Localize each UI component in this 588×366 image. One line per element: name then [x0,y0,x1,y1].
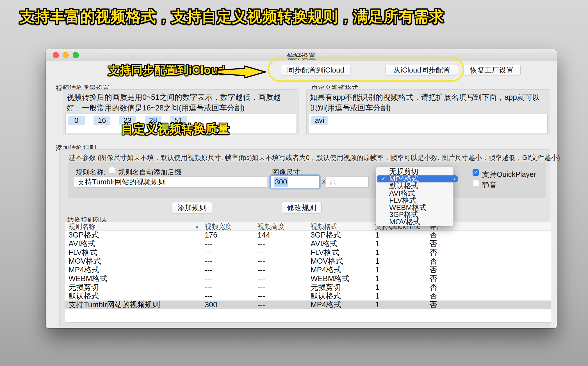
table-cell: --- [257,257,265,266]
table-cell: 否 [429,248,437,257]
table-row[interactable]: MOV格式------MOV格式1否 [65,257,551,266]
custom-format-description: 如果有app不能识别的视频格式，请把扩展名填写到下面，app就可以识别(用逗号或… [310,92,547,114]
width-input[interactable]: 300 [270,175,320,188]
sync-to-icloud-button[interactable]: 同步配置到iCloud [281,65,350,75]
format-token-field[interactable]: avi [309,114,548,133]
rules-table: 规则名称视频宽度视频高度视频格式支持QuickTime静音∨ 3GP格式1761… [65,222,551,323]
quickplayer-label: 支持QuickPlayer [482,170,536,179]
preferences-window: 偏好设置 同步配置到iCloud 从iCloud同步配置 恢复工厂设置 支持同步… [46,49,557,328]
table-cell: 1 [375,248,379,257]
window-title: 偏好设置 [46,51,557,61]
sync-from-icloud-button[interactable]: 从iCloud同步配置 [386,65,458,75]
table-cell: --- [205,248,212,257]
column-header[interactable]: 视频高度 [257,222,284,231]
restore-factory-button[interactable]: 恢复工厂设置 [463,65,521,75]
column-header[interactable]: 视频格式 [311,222,338,231]
column-header[interactable]: 规则名称 [69,222,95,231]
table-cell: 1 [375,266,379,274]
table-cell: 否 [429,274,437,283]
table-cell: FLV格式 [69,248,97,257]
table-header: 规则名称视频宽度视频高度视频格式支持QuickTime静音∨ [65,222,551,231]
table-cell: --- [257,266,265,274]
table-cell: 1 [375,257,379,266]
table-row[interactable]: 默认格式------默认格式1否 [65,292,551,301]
table-row[interactable]: FLV格式------FLV格式1否 [65,248,551,257]
table-row[interactable]: 无损剪切------无损剪切1否 [65,283,551,292]
table-row[interactable]: WEBM格式------WEBM格式1否 [65,274,551,283]
table-cell: 否 [429,231,437,240]
table-cell: 176 [205,231,217,240]
checkmark-icon: ✓ [377,175,389,182]
table-cell: 默认格式 [69,292,99,301]
quality-value-token[interactable]: 0 [68,116,85,125]
table-cell: 无损剪切 [69,283,99,292]
table-cell: 否 [429,257,437,266]
multiply-sign: x [322,177,325,185]
table-body: 3GP格式1761443GP格式1否AVI格式------AVI格式1否FLV格… [65,231,551,322]
table-cell: 1 [375,274,379,283]
format-menu-item-label: MOV格式 [389,217,420,227]
table-cell: 300 [205,301,217,309]
column-header[interactable]: 视频宽度 [205,222,232,231]
table-cell: MP4格式 [311,266,341,274]
table-cell: WEBM格式 [69,274,107,283]
table-cell: MOV格式 [311,257,343,266]
table-cell: FLV格式 [311,248,339,257]
rule-name-input[interactable] [74,176,267,187]
table-cell: --- [257,301,265,309]
mute-label: 静音 [482,180,497,190]
table-cell: --- [205,283,212,292]
table-cell: --- [257,274,265,283]
table-cell: 默认格式 [311,292,341,301]
table-cell: MOV格式 [69,257,101,266]
table-row[interactable]: AVI格式------AVI格式1否 [65,240,551,248]
table-cell: 1 [375,231,379,240]
height-input[interactable] [326,176,369,187]
table-cell: WEBM格式 [311,274,349,283]
basic-params-hint: 基本参数 (图像尺寸如果不填，默认使用视频原尺寸. 帧率(fps)如果不填写或者… [69,153,560,162]
quality-annotation: 自定义视频转换质量 [121,121,230,137]
width-value: 300 [274,177,288,187]
add-rule-button[interactable]: 添加规则 [172,202,212,213]
table-cell: 1 [375,292,379,301]
icloud-sync-annotation: 支持同步配置到iCloud [108,62,225,78]
table-cell: 3GP格式 [311,231,341,240]
modify-rule-button[interactable]: 修改规则 [282,202,322,213]
table-cell: 否 [429,266,437,274]
table-cell: --- [205,292,212,301]
page-background: { "banner": { "title": "支持丰富的视频格式，支持自定义视… [0,0,588,366]
table-cell: AVI格式 [311,240,338,248]
table-cell: 否 [429,301,437,309]
table-cell: --- [257,248,265,257]
table-cell: 否 [429,240,437,248]
table-row[interactable]: 3GP格式1761443GP格式1否 [65,231,551,240]
mute-checkbox[interactable] [473,180,479,186]
table-cell: --- [205,240,212,248]
table-cell: --- [257,240,265,248]
banner-title: 支持丰富的视频格式，支持自定义视频转换规则，满足所有需求 [20,7,444,27]
table-cell: MP4格式 [69,266,99,274]
table-cell: 无损剪切 [311,283,341,292]
table-cell: 144 [257,231,270,240]
sort-chevron-icon[interactable]: ∨ [195,222,199,231]
auto-suffix-checkbox[interactable] [109,167,115,173]
table-cell: 1 [375,240,379,248]
table-cell: --- [205,266,212,274]
table-row[interactable]: 支持Tumblr网站的视频规则300---MP4格式1否 [65,301,551,309]
table-cell: MP4格式 [311,301,341,309]
format-dropdown-menu: 无损剪切✓MP4格式›默认格式AVI格式FLV格式WEBM格式3GP格式MOV格… [376,167,453,226]
window-titlebar[interactable]: 偏好设置 [46,49,557,61]
table-cell: 3GP格式 [69,231,99,240]
table-cell: 否 [429,292,437,301]
table-row[interactable]: MP4格式------MP4格式1否 [65,266,551,274]
quality-description: 视频转换后的画质是用0~51之间的数字表示，数字越低，画质越好，一般常用的数值是… [67,92,295,114]
table-cell: 否 [429,283,437,292]
table-cell: 1 [375,301,379,309]
table-cell: --- [205,274,212,283]
quality-value-token[interactable]: 16 [94,116,110,125]
format-menu-item[interactable]: MOV格式 [377,218,452,226]
popup-chevron-icon: › [451,175,458,183]
quickplayer-checkbox[interactable]: ✓ [473,169,479,176]
auto-suffix-label: 规则名自动添加后缀 [118,168,181,177]
format-value-token[interactable]: avi [311,116,328,125]
